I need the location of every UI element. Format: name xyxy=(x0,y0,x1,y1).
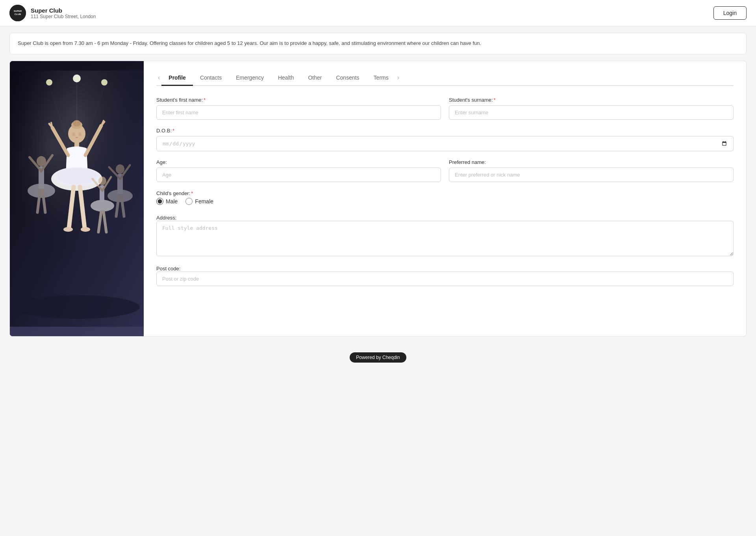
login-button[interactable]: Login xyxy=(713,6,747,20)
info-text: Super Club is open from 7.30 am - 6 pm M… xyxy=(18,40,481,46)
gender-options: Male Female xyxy=(156,196,734,207)
gender-female-label[interactable]: Female xyxy=(185,198,213,205)
svg-point-43 xyxy=(91,200,114,212)
svg-point-28 xyxy=(72,132,75,136)
name-row: Student's first name:* Student's surname… xyxy=(156,97,734,120)
image-panel xyxy=(10,61,144,336)
preferred-name-label: Preferred name: xyxy=(449,159,734,165)
age-input[interactable] xyxy=(156,168,441,182)
address-input[interactable] xyxy=(156,221,734,256)
svg-point-40 xyxy=(81,227,90,232)
surname-input[interactable] xyxy=(449,105,734,120)
club-name: Super Club xyxy=(31,7,96,14)
svg-point-6 xyxy=(14,295,140,319)
dob-required: * xyxy=(172,128,174,134)
dob-input[interactable] xyxy=(156,136,734,151)
preferred-name-input[interactable] xyxy=(449,168,734,182)
address-row: Address: xyxy=(156,214,734,257)
ballet-visual xyxy=(10,61,144,336)
tab-terms[interactable]: Terms xyxy=(367,71,396,86)
svg-point-50 xyxy=(101,79,107,86)
postcode-label: Post code: xyxy=(156,266,180,272)
dob-group: D.O.B:* xyxy=(156,128,734,151)
age-label: Age: xyxy=(156,159,441,165)
svg-point-41 xyxy=(98,177,106,185)
gender-label: Child's gender:* xyxy=(156,190,193,196)
surname-required: * xyxy=(494,97,496,103)
first-name-group: Student's first name:* xyxy=(156,97,441,120)
header: SUPER CLUB Super Club 111 Super Club Str… xyxy=(0,0,756,26)
tab-emergency[interactable]: Emergency xyxy=(229,71,271,86)
svg-text:SUPER: SUPER xyxy=(14,10,22,12)
gender-male-text: Male xyxy=(166,198,178,205)
ballet-dancers-svg xyxy=(10,61,144,336)
tab-prev-button[interactable]: ‹ xyxy=(156,71,161,84)
age-preferred-row: Age: Preferred name: xyxy=(156,159,734,182)
tab-consents[interactable]: Consents xyxy=(329,71,366,86)
powered-by-badge: Powered by Cheqdin xyxy=(350,352,406,363)
postcode-row: Post code: xyxy=(156,265,734,286)
club-address: 111 Super Club Street, London xyxy=(31,14,96,19)
info-banner: Super Club is open from 7.30 am - 6 pm M… xyxy=(9,33,747,54)
main-card: ‹ Profile Contacts Emergency Health Othe… xyxy=(9,61,747,337)
preferred-name-group: Preferred name: xyxy=(449,159,734,182)
svg-point-48 xyxy=(46,79,52,86)
dob-label: D.O.B:* xyxy=(156,128,734,134)
svg-point-39 xyxy=(63,227,73,232)
svg-point-29 xyxy=(78,132,82,136)
footer: Powered by Cheqdin xyxy=(0,346,756,369)
svg-point-14 xyxy=(116,164,124,174)
first-name-label: Student's first name:* xyxy=(156,97,441,103)
club-info: Super Club 111 Super Club Street, London xyxy=(31,7,96,19)
gender-male-radio[interactable] xyxy=(156,198,163,205)
tab-health[interactable]: Health xyxy=(271,71,301,86)
tab-profile[interactable]: Profile xyxy=(161,71,193,86)
svg-point-49 xyxy=(73,74,81,82)
dob-row: D.O.B:* xyxy=(156,128,734,151)
first-name-input[interactable] xyxy=(156,105,441,120)
header-left: SUPER CLUB Super Club 111 Super Club Str… xyxy=(9,5,96,21)
gender-female-text: Female xyxy=(195,198,213,205)
tab-other[interactable]: Other xyxy=(301,71,329,86)
gender-required: * xyxy=(191,190,193,196)
surname-label: Student's surname:* xyxy=(449,97,734,103)
form-panel: ‹ Profile Contacts Emergency Health Othe… xyxy=(144,61,746,336)
age-group: Age: xyxy=(156,159,441,182)
svg-text:CLUB: CLUB xyxy=(15,13,21,15)
first-name-required: * xyxy=(204,97,206,103)
address-label: Address: xyxy=(156,215,176,221)
tab-next-button[interactable]: › xyxy=(396,71,401,84)
logo: SUPER CLUB xyxy=(9,5,26,21)
tabs: ‹ Profile Contacts Emergency Health Othe… xyxy=(156,71,734,86)
tab-contacts[interactable]: Contacts xyxy=(193,71,229,86)
gender-row: Child's gender:* Male Female xyxy=(156,190,734,207)
postcode-input[interactable] xyxy=(156,272,734,286)
surname-group: Student's surname:* xyxy=(449,97,734,120)
gender-male-label[interactable]: Male xyxy=(156,198,178,205)
gender-female-radio[interactable] xyxy=(185,198,193,205)
